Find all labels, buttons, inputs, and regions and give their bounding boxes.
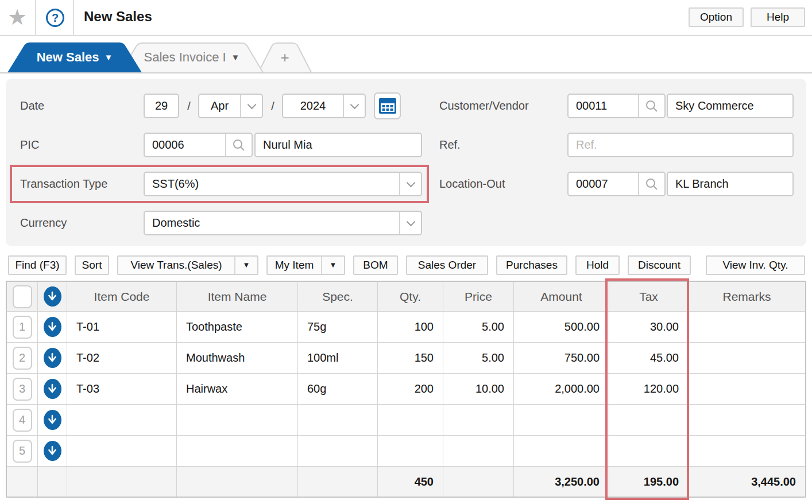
col-header-item-code[interactable]: Item Code: [67, 282, 177, 312]
find-button[interactable]: Find (F3): [8, 255, 67, 275]
my-item-button[interactable]: My Item ▼: [266, 255, 345, 275]
insert-header-cell[interactable]: [38, 282, 67, 312]
cell-item-name[interactable]: Mouthwash: [177, 343, 298, 374]
favorite-star-icon[interactable]: ★: [7, 5, 27, 30]
location-search-button[interactable]: [639, 173, 664, 195]
purchases-button[interactable]: Purchases: [496, 255, 567, 275]
cell-qty[interactable]: [378, 436, 443, 467]
cell-amount[interactable]: 750.00: [514, 343, 609, 374]
col-header-price[interactable]: Price: [443, 282, 514, 312]
cell-spec[interactable]: [298, 436, 378, 467]
cell-price[interactable]: [443, 436, 514, 467]
cell-amount[interactable]: 500.00: [514, 312, 609, 343]
hold-button[interactable]: Hold: [575, 255, 620, 275]
cell-qty[interactable]: 200: [378, 374, 443, 405]
cell-remarks[interactable]: [689, 374, 805, 405]
cell-price[interactable]: [443, 405, 514, 436]
cell-item-name[interactable]: Hairwax: [177, 374, 298, 405]
row-number-cell[interactable]: 3: [7, 374, 38, 405]
caret-down-icon[interactable]: ▼: [235, 257, 257, 274]
sales-order-button[interactable]: Sales Order: [406, 255, 488, 275]
customer-name-input[interactable]: Sky Commerce: [667, 94, 794, 118]
discount-button[interactable]: Discount: [628, 255, 691, 275]
row-insert-cell[interactable]: [38, 312, 67, 343]
cell-spec[interactable]: 60g: [298, 374, 378, 405]
calendar-button[interactable]: [374, 92, 401, 119]
arrow-down-icon[interactable]: [44, 441, 61, 461]
chevron-down-icon[interactable]: [241, 95, 262, 117]
view-trans-button[interactable]: View Trans.(Sales) ▼: [117, 255, 258, 275]
ref-input[interactable]: Ref.: [567, 133, 794, 157]
arrow-down-icon[interactable]: [44, 317, 61, 337]
cell-item-code[interactable]: [67, 405, 177, 436]
cell-item-code[interactable]: T-03: [67, 374, 177, 405]
cell-item-name[interactable]: [177, 405, 298, 436]
cell-price[interactable]: 5.00: [443, 312, 514, 343]
cell-remarks[interactable]: [689, 312, 805, 343]
option-button[interactable]: Option: [689, 7, 744, 27]
cell-item-name[interactable]: [177, 436, 298, 467]
top-bar: ★ ? New Sales Option Help: [0, 0, 812, 36]
col-header-remarks[interactable]: Remarks: [689, 282, 805, 312]
date-separator: /: [181, 94, 196, 118]
row-number-cell[interactable]: 2: [7, 343, 38, 374]
col-header-item-name[interactable]: Item Name: [177, 282, 298, 312]
cell-spec[interactable]: [298, 405, 378, 436]
row-insert-cell[interactable]: [38, 405, 67, 436]
cell-item-name[interactable]: Toothpaste: [177, 312, 298, 343]
cell-remarks[interactable]: [689, 436, 805, 467]
date-year-select[interactable]: 2024: [282, 94, 366, 118]
col-header-amount[interactable]: Amount: [514, 282, 609, 312]
currency-select[interactable]: Domestic: [144, 211, 422, 235]
row-number-cell[interactable]: 1: [7, 312, 38, 343]
total-row-number-cell: [7, 467, 38, 497]
pic-search-button[interactable]: [226, 134, 252, 156]
tab-add-label[interactable]: +: [257, 42, 312, 73]
cell-price[interactable]: 5.00: [443, 343, 514, 374]
cell-spec[interactable]: 100ml: [298, 343, 378, 374]
col-header-qty[interactable]: Qty.: [378, 282, 443, 312]
bom-button[interactable]: BOM: [353, 255, 398, 275]
date-day-input[interactable]: 29: [144, 94, 179, 118]
chevron-down-icon[interactable]: [344, 95, 365, 117]
help-button[interactable]: Help: [751, 7, 805, 27]
row-insert-cell[interactable]: [38, 374, 67, 405]
cell-remarks[interactable]: [689, 405, 805, 436]
customer-code-input[interactable]: 00011: [569, 95, 638, 117]
view-inv-qty-button[interactable]: View Inv. Qty.: [706, 255, 805, 275]
customer-search-button[interactable]: [639, 95, 664, 117]
row-insert-cell[interactable]: [38, 343, 67, 374]
help-circle-icon[interactable]: ?: [46, 9, 64, 27]
cell-item-code[interactable]: T-02: [67, 343, 177, 374]
caret-down-icon[interactable]: ▼: [322, 257, 344, 274]
date-month-select[interactable]: Apr: [198, 94, 263, 118]
cell-amount[interactable]: 2,000.00: [514, 374, 609, 405]
col-header-spec[interactable]: Spec.: [298, 282, 378, 312]
cell-item-code[interactable]: [67, 436, 177, 467]
location-code-input[interactable]: 00007: [569, 173, 638, 195]
select-all-cell[interactable]: [7, 282, 38, 312]
pic-code-input[interactable]: 00006: [145, 134, 225, 156]
cell-price[interactable]: 10.00: [443, 374, 514, 405]
location-name-input[interactable]: KL Branch: [667, 172, 794, 196]
row-number-cell[interactable]: 4: [7, 405, 38, 436]
cell-item-code[interactable]: T-01: [67, 312, 177, 343]
cell-qty[interactable]: 100: [378, 312, 443, 343]
cell-amount[interactable]: [514, 405, 609, 436]
arrow-down-icon[interactable]: [44, 348, 61, 368]
row-insert-cell[interactable]: [38, 436, 67, 467]
row-number-cell[interactable]: 5: [7, 436, 38, 467]
select-all-checkbox[interactable]: [13, 285, 32, 308]
arrow-down-icon[interactable]: [44, 410, 61, 430]
tab-sales-invoice-label[interactable]: Sales Invoice I▼: [119, 42, 264, 73]
chevron-down-icon[interactable]: [400, 212, 421, 234]
arrow-down-icon[interactable]: [44, 286, 61, 307]
pic-name-input[interactable]: Nurul Mia: [254, 133, 422, 157]
cell-remarks[interactable]: [689, 343, 805, 374]
cell-spec[interactable]: 75g: [298, 312, 378, 343]
arrow-down-icon[interactable]: [44, 379, 61, 399]
cell-amount[interactable]: [514, 436, 609, 467]
cell-qty[interactable]: 150: [378, 343, 443, 374]
cell-qty[interactable]: [378, 405, 443, 436]
sort-button[interactable]: Sort: [75, 255, 109, 275]
